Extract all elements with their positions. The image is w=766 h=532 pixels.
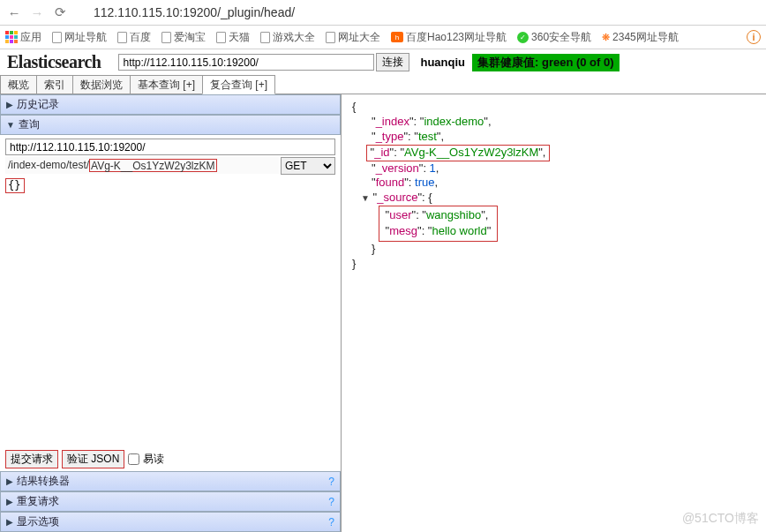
- connect-button[interactable]: 连接: [376, 53, 409, 71]
- tab-basic-query[interactable]: 基本查询 [+]: [130, 75, 203, 94]
- expand-icon[interactable]: ▼: [361, 192, 370, 204]
- tab-any-request[interactable]: 复合查询 [+]: [202, 75, 275, 94]
- request-body[interactable]: {}: [5, 178, 25, 193]
- help-icon[interactable]: ?: [328, 476, 334, 488]
- browser-navbar: ← → ⟳ i: [0, 0, 766, 26]
- id-highlight: "_id": "AVg-K__Os1YzW2y3lzKM",: [366, 145, 550, 161]
- left-panel: ▶历史记录 ▼查询 /index-demo/test/AVg-K__Os1YzW…: [0, 94, 342, 532]
- bookmark-item[interactable]: 天猫: [216, 30, 250, 45]
- bookmarks-bar: 应用 网址导航 百度 爱淘宝 天猫 游戏大全 网址大全 h百度Hao123网址导…: [0, 26, 766, 49]
- reload-button[interactable]: ⟳: [51, 4, 69, 21]
- page-icon: [260, 32, 270, 43]
- repeat-section[interactable]: ▶重复请求?: [0, 491, 341, 512]
- page-icon: [117, 32, 127, 43]
- tab-overview[interactable]: 概览: [0, 75, 37, 94]
- help-icon[interactable]: ?: [328, 496, 334, 508]
- info-icon: i: [747, 30, 761, 44]
- chevron-down-icon: ▼: [6, 120, 15, 130]
- chevron-right-icon: ▶: [6, 517, 13, 527]
- tab-bar: 概览 索引 数据浏览 基本查询 [+] 复合查询 [+]: [0, 75, 766, 94]
- source-highlight: "user": "wangshibo", "mesg": "hello worl…: [379, 206, 498, 241]
- forward-button[interactable]: →: [28, 4, 46, 21]
- transformer-section[interactable]: ▶结果转换器?: [0, 471, 341, 491]
- chevron-right-icon: ▶: [6, 497, 13, 506]
- method-select[interactable]: GET: [281, 157, 335, 175]
- host-input[interactable]: [5, 139, 335, 155]
- bookmark-item[interactable]: 百度: [117, 30, 151, 45]
- bookmark-item[interactable]: h百度Hao123网址导航: [391, 30, 507, 45]
- 2345-icon: ❋: [602, 32, 610, 43]
- pretty-toggle[interactable]: 易读: [128, 452, 163, 467]
- bookmark-item[interactable]: 网址大全: [326, 30, 380, 45]
- chevron-right-icon: ▶: [6, 476, 13, 486]
- address-bar[interactable]: [74, 3, 761, 22]
- main-area: ▶历史记录 ▼查询 /index-demo/test/AVg-K__Os1YzW…: [0, 94, 766, 532]
- bookmark-item[interactable]: 爱淘宝: [161, 30, 206, 45]
- 360-icon: ✓: [517, 32, 529, 43]
- app-header: Elasticsearch 连接 huanqiu 集群健康值: green (0…: [0, 49, 766, 75]
- page-icon: [52, 32, 62, 43]
- bookmark-item[interactable]: ✓360安全导航: [517, 30, 591, 45]
- tab-indices[interactable]: 索引: [36, 75, 73, 94]
- watermark: @51CTO博客: [682, 511, 759, 527]
- hao123-icon: h: [391, 32, 403, 42]
- page-icon: [161, 32, 171, 43]
- page-icon: [216, 32, 226, 43]
- validate-button[interactable]: 验证 JSON: [62, 450, 124, 468]
- cluster-health: 集群健康值: green (0 of 0): [472, 54, 620, 71]
- bookmark-item[interactable]: 网址导航: [52, 30, 107, 45]
- tab-browse[interactable]: 数据浏览: [72, 75, 131, 94]
- cluster-name: huanqiu: [420, 56, 465, 69]
- submit-button[interactable]: 提交请求: [5, 450, 58, 468]
- highlighted-id: AVg-K__Os1YzW2y3lzKM: [89, 159, 217, 172]
- bookmark-item[interactable]: i: [747, 30, 761, 44]
- apps-button[interactable]: 应用: [5, 30, 41, 45]
- connect-url-input[interactable]: [118, 54, 374, 71]
- query-section[interactable]: ▼查询: [0, 115, 341, 135]
- pretty-checkbox[interactable]: [128, 453, 139, 465]
- page-icon: [326, 32, 335, 43]
- display-section[interactable]: ▶显示选项?: [0, 512, 341, 532]
- path-input[interactable]: /index-demo/test/AVg-K__Os1YzW2y3lzKM: [5, 157, 279, 174]
- bookmark-item[interactable]: ❋2345网址导航: [602, 30, 679, 45]
- history-section[interactable]: ▶历史记录: [0, 94, 341, 115]
- back-button[interactable]: ←: [5, 4, 23, 21]
- bookmark-item[interactable]: 游戏大全: [260, 30, 315, 45]
- help-icon[interactable]: ?: [328, 516, 334, 528]
- app-logo: Elasticsearch: [7, 52, 101, 72]
- response-viewer: { "_index": "index-demo", "_type": "test…: [342, 94, 766, 532]
- chevron-right-icon: ▶: [6, 100, 13, 109]
